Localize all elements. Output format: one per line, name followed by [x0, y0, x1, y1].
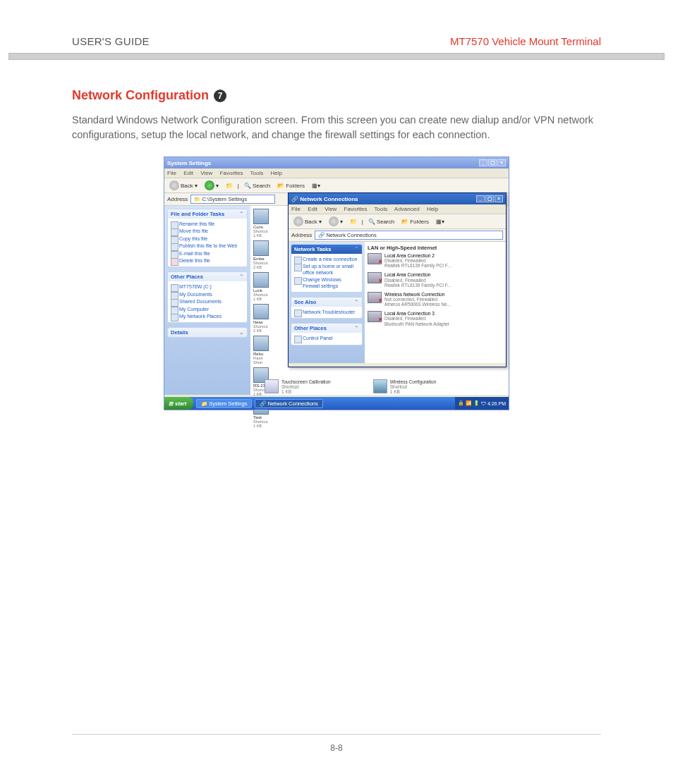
inner-titlebar[interactable]: 🔗 Network Connections _▢× — [289, 193, 506, 204]
window-buttons[interactable]: _▢× — [478, 159, 506, 166]
place-mydocs[interactable]: My Documents — [171, 291, 244, 298]
chevron-icon[interactable]: ⌃ — [239, 211, 244, 217]
nic-item[interactable]: Local Area Connection 3Disabled, Firewal… — [368, 311, 503, 326]
forward-icon — [205, 180, 214, 190]
forward-button[interactable]: ▾ — [327, 216, 345, 227]
task-publish[interactable]: Publish this file to the Web — [171, 243, 244, 250]
page-number: 8-8 — [0, 743, 673, 753]
taskbar-tab-active[interactable]: 🔗 Network Connections — [255, 399, 322, 408]
menu-edit[interactable]: Edit — [308, 206, 317, 212]
outer-menubar[interactable]: File Edit View Favorites Tools Help — [164, 169, 509, 178]
menu-tools[interactable]: Tools — [375, 206, 388, 212]
console-icon — [253, 209, 269, 224]
menu-help[interactable]: Help — [427, 206, 438, 212]
address-input[interactable]: 📁 C:\System Settings — [190, 195, 275, 204]
touchscreen-shortcut[interactable]: Touchscreen CalibrationShortcut1 KB — [265, 379, 331, 394]
bluetooth-icon — [368, 311, 382, 322]
file-tasks-panel: File and Folder Tasks⌃ Rename this file … — [167, 209, 248, 267]
maximize-icon[interactable]: ▢ — [488, 159, 497, 166]
start-button[interactable]: ⊞start — [164, 397, 193, 410]
forward-icon — [329, 216, 339, 226]
bottom-shortcuts: Touchscreen CalibrationShortcut1 KB Wire… — [265, 379, 436, 394]
body-text: Standard Windows Network Configuration s… — [72, 113, 601, 142]
nic-item[interactable]: Local Area ConnectionDisabled, Firewalle… — [368, 272, 503, 287]
details-panel: Details⌄ — [167, 327, 248, 338]
outer-toolbar: Back ▾ ▾ 📁 | 🔍 Search 📂 Folders ▦▾ — [164, 178, 509, 193]
network-tasks-panel: Network Tasks⌃ Create a new connection S… — [291, 244, 363, 293]
place-drive[interactable]: MT7570W (C:) — [171, 283, 244, 290]
inner-window-buttons[interactable]: _▢× — [475, 195, 503, 202]
chevron-down-icon[interactable]: ⌄ — [239, 329, 244, 336]
outer-titlebar[interactable]: System Settings _▢× — [164, 157, 509, 169]
maximize-icon[interactable]: ▢ — [485, 195, 494, 202]
close-icon[interactable]: × — [497, 159, 506, 166]
search-button[interactable]: 🔍 Search — [366, 218, 396, 226]
chevron-icon[interactable]: ⌃ — [354, 299, 359, 305]
shortcut-icon[interactable]: EmbeShortcut2 KB — [253, 240, 277, 269]
search-button[interactable]: 🔍 Search — [242, 182, 272, 190]
touchscreen-icon — [265, 379, 279, 393]
close-icon[interactable]: × — [495, 195, 503, 202]
menu-file[interactable]: File — [291, 206, 301, 212]
place-control-panel[interactable]: Control Panel — [294, 335, 359, 342]
menu-edit[interactable]: Edit — [183, 170, 193, 176]
task-home-network[interactable]: Set up a home or small office network — [294, 263, 359, 276]
task-copy[interactable]: Copy this file — [171, 235, 244, 243]
system-tray[interactable]: 🔒 📶 🔋 🛡 4:26 PM — [455, 397, 509, 410]
shortcut-icon[interactable]: ConsShortcut1 KB — [253, 209, 277, 238]
task-move[interactable]: Move this file — [171, 228, 244, 235]
up-button[interactable]: 📁 — [348, 218, 359, 226]
menu-file[interactable]: File — [167, 170, 176, 176]
back-button[interactable]: Back ▾ — [291, 216, 324, 227]
menu-favorites[interactable]: Favorites — [344, 206, 368, 212]
place-mycomputer[interactable]: My Computer — [171, 306, 244, 313]
menu-advanced[interactable]: Advanced — [394, 206, 420, 212]
minimize-icon[interactable]: _ — [479, 159, 487, 166]
tray-icon[interactable]: 🔋 — [473, 400, 480, 406]
task-firewall[interactable]: Change Windows Firewall settings — [294, 276, 359, 290]
inner-left-pane: Network Tasks⌃ Create a new connection S… — [289, 242, 365, 363]
minimize-icon[interactable]: _ — [476, 195, 485, 202]
back-icon — [293, 216, 303, 226]
wireless-shortcut[interactable]: Wireless ConfigurationShortcut1 KB — [373, 379, 436, 394]
menu-help[interactable]: Help — [271, 170, 282, 176]
nic-item[interactable]: Wireless Network ConnectionNot connected… — [368, 292, 503, 307]
address-input[interactable]: 🔗 Network Connections — [315, 231, 503, 240]
forward-button[interactable]: ▾ — [202, 180, 221, 191]
link-troubleshooter[interactable]: Network Troubleshooter — [294, 309, 359, 316]
task-new-connection[interactable]: Create a new connection — [294, 256, 359, 263]
nic-item[interactable]: Local Area Connection 2Disabled, Firewal… — [368, 253, 503, 268]
menu-view[interactable]: View — [325, 206, 336, 212]
windows-logo-icon: ⊞ — [169, 400, 173, 407]
menu-tools[interactable]: Tools — [250, 170, 264, 176]
task-delete[interactable]: Delete this file — [171, 257, 244, 264]
menu-view[interactable]: View — [200, 170, 212, 176]
taskbar-tab[interactable]: 📁 System Settings — [196, 399, 252, 408]
inner-menubar[interactable]: File Edit View Favorites Tools Advanced … — [289, 204, 506, 214]
views-button[interactable]: ▦▾ — [434, 218, 447, 226]
see-also-panel: See Also⌃ Network Troubleshooter — [291, 297, 363, 319]
tray-icon[interactable]: 📶 — [466, 400, 472, 406]
chevron-icon[interactable]: ⌃ — [354, 325, 359, 331]
views-button[interactable]: ▦▾ — [310, 182, 322, 190]
shortcut-icon[interactable]: ReboFlashShort — [253, 336, 277, 365]
task-email[interactable]: E-mail this file — [171, 250, 244, 257]
category-header: LAN or High-Speed Internet — [368, 245, 503, 251]
tray-icon[interactable]: 🔒 — [458, 400, 464, 406]
task-rename[interactable]: Rename this file — [171, 221, 244, 228]
folders-button[interactable]: 📂 Folders — [399, 218, 431, 226]
place-network[interactable]: My Network Places — [171, 313, 244, 320]
wifi-icon — [368, 292, 382, 303]
folders-button[interactable]: 📂 Folders — [275, 182, 307, 190]
inner-other-places-panel: Other Places⌃ Control Panel — [291, 323, 363, 345]
chevron-icon[interactable]: ⌃ — [354, 246, 359, 252]
tray-icon[interactable]: 🛡 — [481, 401, 486, 406]
chevron-icon[interactable]: ⌃ — [239, 274, 244, 280]
menu-favorites[interactable]: Favorites — [220, 170, 243, 176]
shortcut-icon[interactable]: LockShortcut1 KB — [253, 272, 277, 301]
clock[interactable]: 4:26 PM — [487, 401, 506, 406]
up-button[interactable]: 📁 — [224, 182, 235, 190]
back-button[interactable]: Back ▾ — [167, 180, 200, 191]
shortcut-icon[interactable]: NetwShortcut2 KB — [253, 304, 277, 333]
place-shared[interactable]: Shared Documents — [171, 298, 244, 305]
